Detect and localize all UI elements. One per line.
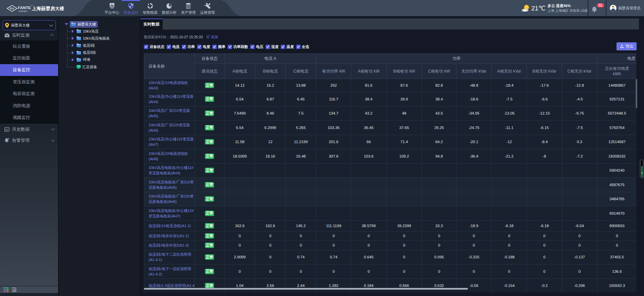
tree-node[interactable]: 环境 (67, 56, 90, 63)
column-header: 通讯状态 (195, 64, 224, 79)
value-cell: 37455.5 (597, 250, 636, 264)
device-name-link[interactable]: (AH3) (149, 85, 194, 91)
sidebar-menu-history[interactable]: 历史数据 (0, 124, 58, 135)
device-name-link[interactable]: (A1-4-2) (149, 271, 194, 277)
filter-checkbox[interactable]: 湿度 (266, 44, 279, 49)
device-name-link[interactable]: 压器电能表(AH5) (149, 185, 194, 190)
nav-item-security[interactable]: 安全运行 (121, 0, 141, 16)
device-name-link[interactable]: 10kV高压/1#电源进线柜 (149, 80, 194, 85)
tab-realtime-data[interactable]: 实时数据 (140, 18, 163, 30)
value-cell (255, 206, 286, 221)
device-name-link[interactable]: 低压I段/电容补偿1(A1-2) (149, 233, 194, 239)
sidebar-submenu-item[interactable]: 视频监控 (0, 112, 58, 123)
device-name-cell: 10kV高压/1#电源进线柜(AH3) (144, 79, 195, 92)
user-menu[interactable]: 丽婴房管理员 (606, 5, 644, 11)
device-name-link[interactable]: 低压I段/地下一层应急照明 (149, 266, 194, 271)
device-name-cell: 10kV高压电能表/厂房21#变压器电能表(AH5) (144, 178, 195, 192)
value-cell: 0 (255, 264, 286, 279)
value-cell: 6.54 (224, 92, 255, 107)
nav-item-energy[interactable]: 智慧能源 (141, 0, 160, 16)
sidebar-menu-alarm[interactable]: 告警管理 (0, 135, 58, 146)
horizontal-scrollbar-thumb[interactable] (144, 288, 468, 290)
nav-item-label: 智慧能源 (143, 10, 158, 15)
device-name-link[interactable]: (AH5) (149, 113, 194, 119)
device-name-link[interactable]: 低压I段/电容补偿2(A1-3) (149, 243, 194, 248)
device-name-link[interactable]: 低压I段/1#低压进线(A1-1) (149, 223, 194, 228)
value-cell (351, 192, 386, 206)
platform-icon (109, 2, 115, 9)
tree-node[interactable]: 低压I段 (67, 42, 95, 49)
device-name-link[interactable]: 变压器电能表(AH7) (149, 213, 194, 219)
filter-checkbox[interactable]: 温度 (281, 44, 294, 49)
table-row: 低压I段/电容补偿1(A1-2)正常000000000000 (144, 231, 637, 241)
bell-icon (591, 6, 597, 13)
status-badge: 正常 (205, 243, 214, 248)
device-name-link[interactable]: 10kV高压电能表/厂房22#变 (149, 194, 194, 199)
filter-checkbox[interactable]: 电流 (167, 44, 180, 49)
value-cell: 0 (422, 231, 457, 241)
collapse-menu-icon[interactable] (11, 287, 17, 292)
export-button[interactable]: 导出 (616, 42, 637, 50)
tree-node[interactable]: 10kV高压电能表 (67, 35, 110, 42)
value-cell: 6914970 (597, 206, 636, 221)
sidebar-submenu-item[interactable]: 设备监控 (0, 64, 58, 76)
station-selector[interactable]: 丽婴房大楼 (3, 20, 56, 30)
group-header-energy: 电度 (597, 54, 636, 64)
caret-down-icon[interactable] (65, 23, 68, 25)
tree-root-node[interactable]: 丽婴房大楼 (70, 21, 98, 28)
nav-item-asset[interactable]: 资产管理 (179, 0, 198, 16)
device-name-link[interactable]: 10kV高压/厂房22#变压器 (149, 122, 194, 128)
tree-node[interactable]: 低压II段 (67, 49, 96, 56)
device-name-link[interactable]: 低压I段/地下二层应急照明 (149, 252, 194, 257)
sidebar-submenu-item[interactable]: 消防电源 (0, 100, 58, 112)
device-name-link[interactable]: 压器电能表(AH6) (149, 199, 194, 204)
device-name-link[interactable]: 10kV高压电能表/办公楼11# (149, 165, 194, 170)
refresh-button[interactable]: 刷新 (206, 35, 219, 40)
device-name-link[interactable]: (A1-4-1) (149, 257, 194, 262)
device-name-link[interactable]: (AH4) (149, 99, 194, 104)
value-cell: 43.2 (351, 106, 386, 121)
device-name-link[interactable]: 10kV高压/办公楼11#变压器 (149, 94, 194, 99)
sidebar-submenu-item[interactable]: 电容器监测 (0, 88, 58, 100)
sidebar-menu-realtime[interactable]: 实时监测 (0, 30, 58, 41)
device-name-link[interactable]: 10kV高压/办公楼12#变压器 (149, 136, 194, 142)
filter-checkbox[interactable]: 电压 (250, 44, 263, 49)
device-name-link[interactable]: 10kV高压电能表/办公楼12# (149, 208, 194, 213)
status-badge: 正常 (205, 223, 214, 228)
value-cell: 66 (351, 135, 386, 149)
filter-checkbox[interactable]: 功率因数 (228, 44, 248, 49)
device-name-link[interactable]: 10kV高压电能表/厂房21#变 (149, 179, 194, 185)
status-badge: 正常 (205, 154, 214, 159)
device-name-link[interactable]: 10kV高压/2#电源进线柜 (149, 151, 194, 156)
sidebar-submenu-item[interactable]: 变压器监测 (0, 76, 58, 88)
filter-checkbox[interactable]: 功率 (182, 44, 195, 49)
device-name-link[interactable]: (AH6) (149, 128, 194, 133)
filter-checkbox[interactable]: 全选 (296, 44, 309, 49)
value-cell: -7.2 (562, 149, 597, 164)
sidebar-submenu-item[interactable]: 站点看板 (0, 40, 58, 52)
filter-checkbox[interactable]: 频率 (212, 44, 225, 49)
filter-checkbox[interactable]: 电度 (197, 44, 210, 49)
device-name-cell: 10kV高压/厂房21#变压器(AH5) (144, 106, 195, 121)
device-name-link[interactable]: 变压器电能表(AH4) (149, 170, 194, 176)
device-name-link[interactable]: (AH8) (149, 156, 194, 162)
value-cell: -12 (491, 135, 527, 149)
nav-item-analytics[interactable]: 数据分析 (160, 0, 179, 16)
apps-grid-icon[interactable] (3, 287, 9, 292)
value-cell: 37.65 (386, 121, 422, 135)
group-header-current: 电流 A (224, 54, 316, 64)
tree-node[interactable]: 汇总设备 (67, 64, 97, 71)
tree-node[interactable]: 10kV高压 (67, 28, 99, 35)
device-name-link[interactable]: 10kV高压/厂房21#变压器 (149, 108, 194, 113)
brand-logo: 风特 FANTE ® —高级而系统/— (3, 0, 34, 16)
nav-item-ops[interactable]: 运维管理 (198, 0, 217, 16)
sidebar-submenu-item[interactable]: 监控画面 (0, 52, 58, 64)
device-name-link[interactable]: (AH7) (149, 142, 194, 147)
device-name-link[interactable]: 低压I段/1-9层应急照明(A1-4- (149, 283, 194, 288)
filter-checkbox[interactable]: 设备状态 (144, 44, 164, 49)
vertical-scrollbar-thumb[interactable] (636, 79, 637, 108)
notifications-button[interactable]: 11 (588, 0, 606, 16)
gauge-icon (4, 33, 10, 38)
nav-item-platform[interactable]: 平台中心 (102, 0, 121, 16)
value-cell (422, 192, 457, 206)
